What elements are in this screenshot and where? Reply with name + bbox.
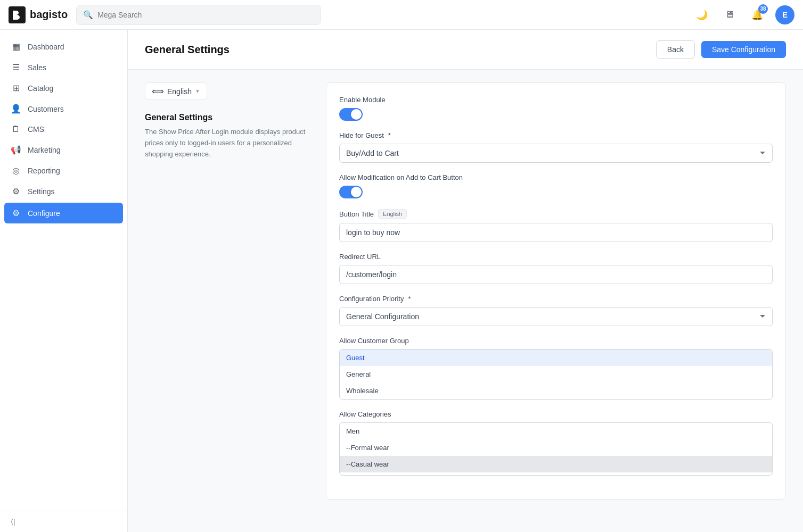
collapse-icon: ⟨| [11,518,15,526]
sidebar-item-label: Settings [28,187,55,196]
sidebar-item-dashboard[interactable]: ▦ Dashboard [0,36,127,57]
sidebar-item-label: Customers [28,105,64,113]
allow-categories-label: Allow Categories [339,410,773,418]
redirect-url-label: Redirect URL [339,253,773,261]
language-label: English [167,87,192,96]
allow-modification-toggle[interactable] [339,186,363,198]
sidebar-item-label: Marketing [28,146,60,154]
language-selector[interactable]: ⟺ English ▼ [145,82,207,100]
enable-module-label: Enable Module [339,96,773,104]
list-item[interactable]: Wholesale [340,383,772,399]
search-input[interactable] [97,11,314,19]
list-item[interactable]: Guest [340,350,772,366]
save-configuration-button[interactable]: Save Configuration [701,41,786,58]
search-bar[interactable]: 🔍 [76,5,321,25]
main-area: ▦ Dashboard ☰ Sales ⊞ Catalog 👤 Customer… [0,30,803,532]
categories-listbox: Men --Formal wear --Casual wear --Active… [339,422,773,476]
svg-rect-0 [9,6,26,23]
hide-for-guest-label: Hide for Guest * [339,131,773,139]
sidebar-nav: ▦ Dashboard ☰ Sales ⊞ Catalog 👤 Customer… [0,30,127,511]
right-panel: Enable Module Hide for Guest * Buy/Add t… [326,82,786,500]
customers-icon: 👤 [11,104,21,114]
customer-group-listbox: Guest General Wholesale [339,349,773,400]
content-header: General Settings Back Save Configuration [128,30,803,70]
header-actions: Back Save Configuration [656,40,786,59]
sidebar-footer: ⟨| [0,511,127,532]
translate-icon: ⟺ [152,86,164,96]
sidebar-item-customers[interactable]: 👤 Customers [0,98,127,119]
button-title-label: Button Title English [339,209,773,219]
enable-module-toggle-wrap [339,108,773,121]
search-icon: 🔍 [83,10,93,20]
hide-for-guest-field: Hide for Guest * Buy/Add to Cart Price O… [339,131,773,163]
avatar[interactable]: E [775,5,794,24]
list-item[interactable]: Men [340,423,772,439]
display-icon: 🖥 [725,9,734,20]
moon-icon: 🌙 [696,9,708,21]
topbar: bagisto 🔍 🌙 🖥 🔔 38 E [0,0,803,30]
allow-modification-field: Allow Modification on Add to Cart Button [339,173,773,198]
sidebar-item-label: Dashboard [28,43,64,51]
enable-module-field: Enable Module [339,96,773,121]
list-item[interactable]: General [340,366,772,383]
redirect-url-field: Redirect URL [339,253,773,284]
collapse-button[interactable]: ⟨| [11,518,117,526]
dashboard-icon: ▦ [11,41,21,52]
moon-icon-button[interactable]: 🌙 [692,5,711,24]
list-item[interactable]: --Formal wear [340,439,772,456]
allow-customer-group-label: Allow Customer Group [339,337,773,345]
sidebar-item-marketing[interactable]: 📢 Marketing [0,139,127,160]
panel-description: The Show Price After Login module displa… [145,127,309,160]
content: General Settings Back Save Configuration… [128,30,803,532]
sidebar-item-settings[interactable]: ⚙ Settings [0,181,127,202]
sidebar-item-configure[interactable]: ⚙ Configure [4,203,123,223]
list-item[interactable]: --Active wear [340,472,772,476]
cms-icon: 🗒 [11,124,21,134]
enable-module-toggle[interactable] [339,108,363,121]
reporting-icon: ◎ [11,165,21,176]
config-priority-select[interactable]: General Configuration Category Configura… [339,307,773,326]
settings-icon: ⚙ [11,186,21,196]
allow-modification-label: Allow Modification on Add to Cart Button [339,173,773,181]
sales-icon: ☰ [11,62,21,72]
sidebar-item-label: Catalog [28,84,53,93]
list-item[interactable]: --Casual wear [340,456,772,472]
marketing-icon: 📢 [11,145,21,155]
button-title-lang-tag: English [378,209,407,219]
left-panel: ⟺ English ▼ General Settings The Show Pr… [145,82,326,500]
config-priority-label: Configuration Priority * [339,295,773,303]
app: bagisto 🔍 🌙 🖥 🔔 38 E ▦ [0,0,803,532]
allow-categories-field: Allow Categories Men --Formal wear --Cas… [339,410,773,476]
sidebar-item-catalog[interactable]: ⊞ Catalog [0,78,127,98]
topbar-right: 🌙 🖥 🔔 38 E [692,5,794,24]
sidebar-item-reporting[interactable]: ◎ Reporting [0,160,127,181]
chevron-down-icon: ▼ [195,88,200,94]
redirect-url-input[interactable] [339,265,773,284]
button-title-input[interactable] [339,223,773,242]
logo-text: bagisto [30,9,68,21]
notification-button[interactable]: 🔔 38 [748,5,767,24]
page-title: General Settings [145,44,230,56]
sidebar-item-sales[interactable]: ☰ Sales [0,57,127,78]
panel-title: General Settings [145,113,309,122]
back-button[interactable]: Back [656,40,695,59]
content-body: ⟺ English ▼ General Settings The Show Pr… [128,70,803,512]
hide-for-guest-select[interactable]: Buy/Add to Cart Price Only Both [339,144,773,163]
sidebar: ▦ Dashboard ☰ Sales ⊞ Catalog 👤 Customer… [0,30,128,532]
logo[interactable]: bagisto [9,6,68,23]
required-marker-2: * [408,295,411,303]
logo-icon [9,6,26,23]
sidebar-item-label: Sales [28,63,46,72]
display-icon-button[interactable]: 🖥 [720,5,739,24]
allow-customer-group-field: Allow Customer Group Guest General Whole… [339,337,773,400]
sidebar-item-label: Configure [28,209,60,218]
catalog-icon: ⊞ [11,83,21,93]
config-priority-field: Configuration Priority * General Configu… [339,295,773,326]
button-title-field: Button Title English [339,209,773,242]
notification-badge: 38 [758,4,768,14]
sidebar-item-cms[interactable]: 🗒 CMS [0,119,127,139]
sidebar-item-label: CMS [28,125,44,134]
allow-modification-toggle-wrap [339,186,773,198]
sidebar-item-label: Reporting [28,167,60,175]
configure-icon: ⚙ [11,208,21,218]
